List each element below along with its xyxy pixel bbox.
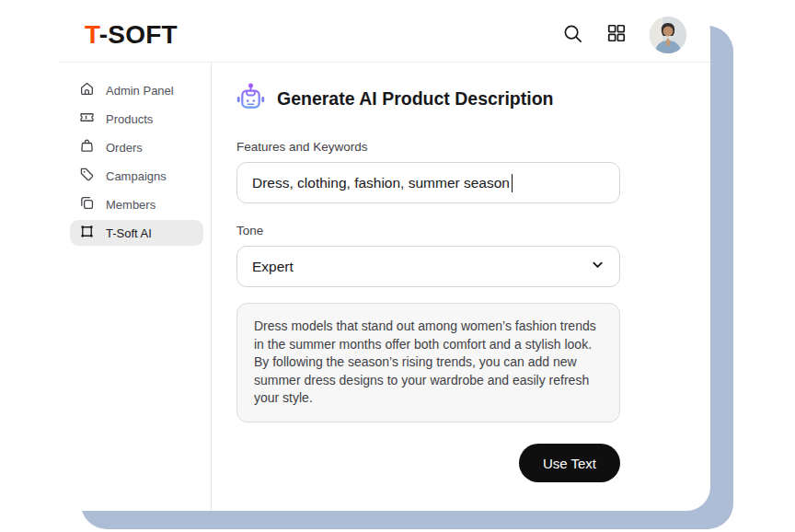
page-title: Generate AI Product Description bbox=[277, 88, 554, 110]
sidebar-item-products[interactable]: Products bbox=[70, 106, 203, 132]
sidebar-item-label: T-Soft AI bbox=[106, 226, 152, 240]
features-label: Features and Keywords bbox=[236, 140, 710, 154]
apps-menu-button[interactable] bbox=[606, 23, 627, 46]
page-title-row: Generate AI Product Description bbox=[236, 82, 710, 116]
main-panel: Generate AI Product Description Features… bbox=[212, 63, 710, 511]
sidebar-item-campaigns[interactable]: Campaigns bbox=[70, 163, 203, 189]
shopping-bag-icon bbox=[79, 138, 95, 156]
home-icon bbox=[79, 81, 95, 99]
sidebar-item-label: Members bbox=[106, 198, 156, 212]
content-row: Admin Panel Products Ord bbox=[59, 63, 710, 511]
sidebar-item-members[interactable]: Members bbox=[70, 191, 203, 217]
sidebar-item-orders[interactable]: Orders bbox=[70, 134, 203, 160]
brand-logo-rest: -SOFT bbox=[99, 20, 178, 49]
generated-description-output: Dress models that stand out among women’… bbox=[236, 303, 620, 422]
sidebar-item-label: Admin Panel bbox=[106, 84, 174, 98]
search-button[interactable] bbox=[562, 23, 583, 47]
brand-logo: T-SOFT bbox=[85, 20, 178, 50]
features-input[interactable]: Dress, clothing, fashion, summer season bbox=[236, 162, 620, 203]
tag-icon bbox=[79, 167, 95, 185]
features-input-value: Dress, clothing, fashion, summer season bbox=[252, 175, 510, 191]
avatar[interactable] bbox=[650, 17, 686, 53]
copy-icon bbox=[79, 195, 95, 214]
tone-select-value: Expert bbox=[252, 259, 294, 275]
chevron-down-icon bbox=[591, 258, 605, 275]
sidebar-item-label: Orders bbox=[106, 141, 143, 155]
sidebar-item-label: Products bbox=[106, 112, 153, 126]
tone-select[interactable]: Expert bbox=[236, 246, 620, 287]
sidebar-item-tsoft-ai[interactable]: T-Soft AI bbox=[70, 220, 203, 246]
ticket-icon bbox=[79, 110, 95, 128]
brand-logo-accent: T bbox=[85, 20, 99, 49]
header-actions bbox=[562, 17, 686, 53]
frame-corners-icon bbox=[79, 224, 95, 242]
top-bar: T-SOFT bbox=[59, 7, 710, 63]
actions-row: Use Text bbox=[236, 444, 620, 482]
robot-icon bbox=[236, 82, 265, 116]
sidebar: Admin Panel Products Ord bbox=[59, 63, 212, 511]
tone-label: Tone bbox=[236, 224, 710, 237]
use-text-button[interactable]: Use Text bbox=[519, 444, 620, 482]
text-cursor bbox=[512, 174, 513, 192]
sidebar-item-admin-panel[interactable]: Admin Panel bbox=[70, 77, 203, 103]
apps-grid-icon bbox=[606, 23, 627, 46]
app-window: T-SOFT bbox=[59, 7, 710, 511]
sidebar-item-label: Campaigns bbox=[106, 169, 167, 183]
search-icon bbox=[562, 23, 583, 47]
